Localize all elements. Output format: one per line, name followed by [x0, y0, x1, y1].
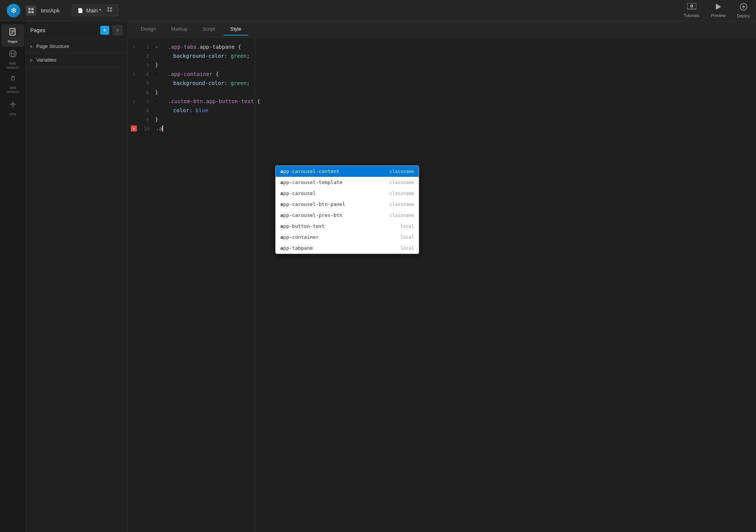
- ac-name-4: app-carousel-btn-panel: [280, 201, 345, 207]
- topbar: ❄ testApk 📄 Main *: [0, 0, 756, 21]
- indicator-4: i: [131, 72, 137, 77]
- svg-rect-1: [31, 8, 34, 10]
- ac-name-7: app-container: [280, 234, 319, 240]
- indicator-1: i: [131, 45, 137, 49]
- line9-content: }: [155, 116, 158, 122]
- preview-button[interactable]: Preview: [711, 3, 726, 18]
- panel-sidebar: Pages + « ▶ Page Structure ▶ Variables: [26, 21, 128, 532]
- svg-rect-7: [110, 10, 112, 12]
- tab-script[interactable]: Script: [196, 23, 222, 36]
- line5-prop: background-color: [173, 80, 224, 86]
- code-editor[interactable]: i 1 - .app-tabs.app-tabpane { 2 backgrou…: [128, 38, 756, 532]
- deploy-icon: [739, 3, 748, 13]
- panel-sidebar-header: Pages + «: [26, 21, 127, 40]
- tab-style[interactable]: Style: [224, 23, 248, 36]
- code-line-7: i 7 - .custom-btn.app-button-text {: [128, 97, 756, 106]
- app-name: testApk: [41, 7, 60, 14]
- line7-content: - .custom-btn.app-button-text {: [155, 98, 260, 104]
- svg-rect-5: [110, 7, 112, 9]
- tutorials-icon: [687, 3, 696, 12]
- code-line-6: 6 }: [128, 88, 756, 97]
- svg-marker-11: [716, 4, 721, 10]
- variables-label: Variables: [36, 57, 56, 63]
- code-line-1: i 1 - .app-tabs.app-tabpane {: [128, 42, 756, 51]
- apis-label: APIs: [9, 112, 16, 116]
- linenum-5: 5: [137, 80, 149, 86]
- line8-val: blue: [196, 107, 208, 113]
- ac-name-3: app-carousel: [280, 190, 316, 196]
- linenum-3: 3: [137, 62, 149, 68]
- sidebar-item-pages[interactable]: Pages: [2, 24, 24, 47]
- section-page-structure[interactable]: ▶ Page Structure: [26, 40, 127, 53]
- main-area: Pages WebServices JavaServices: [0, 21, 756, 532]
- topbar-actions: Tutorials Preview Deploy: [684, 3, 750, 18]
- ac-type-6: local: [401, 224, 414, 229]
- ac-type-5: classname: [390, 213, 414, 218]
- ac-type-8: local: [401, 246, 414, 251]
- app-icon-box: [26, 5, 36, 16]
- svg-rect-4: [107, 7, 109, 9]
- line2-val: green: [231, 53, 247, 59]
- ac-name-6: app-button-text: [280, 223, 324, 229]
- code-line-10: ✕ 10 .a: [128, 124, 756, 133]
- autocomplete-item-7[interactable]: app-container local: [276, 232, 419, 243]
- main-tab[interactable]: 📄 Main *: [72, 5, 118, 16]
- linenum-10: 10: [138, 126, 150, 131]
- line5-val: green: [231, 80, 247, 86]
- error-indicator: ✕: [131, 125, 137, 131]
- autocomplete-item-2[interactable]: app-carousel-template classname: [276, 177, 419, 188]
- autocomplete-item-8[interactable]: app-tabpane local: [276, 243, 419, 254]
- java-services-label: JavaServices: [6, 86, 19, 94]
- ac-name-8: app-tabpane: [280, 245, 313, 251]
- line2-prop: background-color: [173, 53, 224, 59]
- autocomplete-item-5[interactable]: app-carousel-prev-btn classname: [276, 210, 419, 221]
- indicator-7: i: [131, 99, 137, 104]
- page-structure-arrow: ▶: [30, 44, 33, 48]
- line6-content: }: [155, 89, 158, 95]
- ac-name-5: app-carousel-prev-btn: [280, 212, 342, 218]
- editor-tabs: Design Markup Script Style: [128, 21, 756, 38]
- linenum-2: 2: [137, 53, 149, 59]
- autocomplete-item-1[interactable]: app-carousel-content classname: [276, 166, 419, 177]
- line8-prop: color: [173, 107, 189, 113]
- sidebar-item-apis[interactable]: APIs: [2, 97, 24, 119]
- ac-type-1: classname: [390, 169, 414, 174]
- ac-type-7: local: [401, 235, 414, 240]
- ac-type-2: classname: [390, 180, 414, 185]
- autocomplete-item-6[interactable]: app-button-text local: [276, 221, 419, 232]
- code-line-2: 2 background-color : green ;: [128, 51, 756, 60]
- line4-content: - .app-container {: [155, 71, 219, 77]
- autocomplete-item-3[interactable]: app-carousel classname: [276, 188, 419, 199]
- page-structure-label: Page Structure: [36, 43, 69, 49]
- logo: ❄: [6, 3, 21, 18]
- linenum-4: 4: [137, 71, 149, 77]
- tab-design[interactable]: Design: [134, 23, 163, 36]
- preview-icon: [714, 3, 722, 12]
- logo-icon: ❄: [7, 4, 20, 17]
- linenum-6: 6: [137, 90, 149, 95]
- editor-area: Design Markup Script Style i 1 - .app-ta…: [128, 21, 756, 532]
- code-line-8: 8 color : blue: [128, 106, 756, 115]
- icon-sidebar: Pages WebServices JavaServices: [0, 21, 26, 532]
- preview-label: Preview: [711, 13, 726, 18]
- code-line-5: 5 background-color : green ;: [128, 79, 756, 88]
- deploy-label: Deploy: [737, 14, 750, 18]
- svg-rect-0: [28, 8, 31, 10]
- pages-label: Pages: [8, 40, 18, 44]
- add-page-button[interactable]: +: [100, 26, 109, 35]
- tab-markup[interactable]: Markup: [164, 23, 194, 36]
- web-services-icon: [9, 49, 17, 60]
- svg-rect-6: [107, 10, 109, 12]
- linenum-9: 9: [137, 117, 149, 122]
- web-services-label: WebServices: [6, 62, 19, 70]
- autocomplete-item-4[interactable]: app-carousel-btn-panel classname: [276, 199, 419, 210]
- autocomplete-dropdown[interactable]: app-carousel-content classname app-carou…: [275, 165, 419, 254]
- sidebar-item-web-services[interactable]: WebServices: [2, 48, 24, 71]
- section-variables[interactable]: ▶ Variables: [26, 53, 127, 67]
- deploy-button[interactable]: Deploy: [737, 3, 750, 18]
- sidebar-item-java-services[interactable]: JavaServices: [2, 73, 24, 95]
- main-tab-label: Main *: [86, 8, 101, 14]
- tutorials-button[interactable]: Tutorials: [684, 3, 700, 18]
- tutorials-label: Tutorials: [684, 13, 700, 18]
- collapse-panel-button[interactable]: «: [112, 25, 123, 36]
